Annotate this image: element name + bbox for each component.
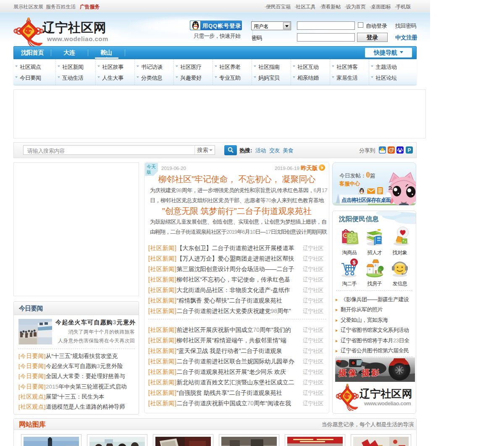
svg-text:$: $	[352, 259, 356, 266]
svg-text:摄像 摄影: 摄像 摄影	[338, 368, 381, 377]
svg-text:P: P	[407, 147, 411, 153]
